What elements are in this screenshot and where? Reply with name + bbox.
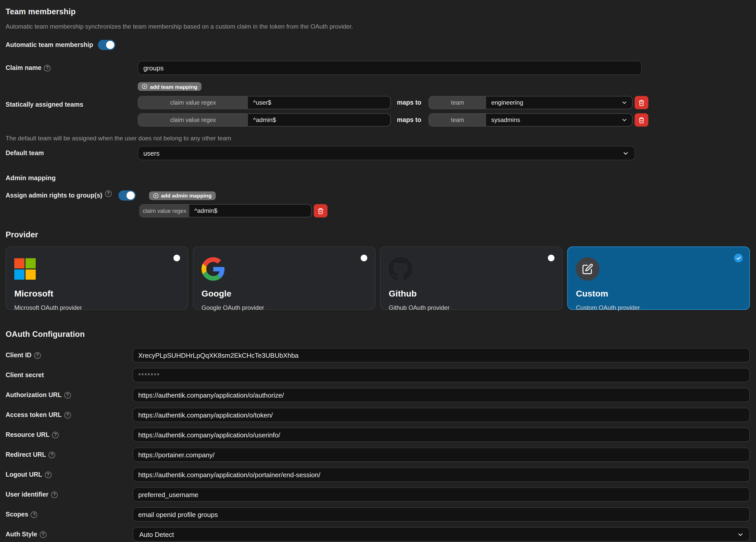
automatic-team-membership-row: Automatic team membership — [6, 40, 750, 50]
toggle-knob — [126, 191, 134, 199]
help-icon[interactable] — [105, 190, 111, 197]
chevron-down-icon — [621, 99, 628, 106]
help-icon[interactable] — [45, 471, 51, 478]
trash-icon — [638, 117, 645, 123]
provider-card-title: Google — [201, 289, 367, 299]
field-label-wrap: Auth Style — [6, 531, 133, 538]
claim-name-input[interactable] — [138, 61, 642, 75]
plus-circle-icon — [153, 193, 158, 198]
oauth-configuration-heading: OAuth Configuration — [6, 330, 750, 339]
radio-unselected-icon — [173, 255, 180, 261]
add-team-mapping-button[interactable]: add team mapping — [138, 82, 201, 91]
delete-team-mapping-button[interactable] — [635, 96, 648, 109]
claim-regex-group: claim value regex — [138, 96, 391, 109]
field-label-wrap: Scopes — [6, 511, 133, 518]
user-identifier-label: User identifier — [6, 491, 48, 498]
scopes-label: Scopes — [6, 511, 28, 518]
claim-regex-input[interactable] — [248, 114, 390, 126]
add-admin-mapping-label: add admin mapping — [161, 192, 211, 198]
help-icon[interactable] — [51, 491, 58, 498]
user-identifier-input[interactable] — [133, 487, 750, 502]
team-select-value: sysadmins — [491, 116, 520, 123]
oauth-field-row-scopes: Scopes — [6, 507, 750, 522]
delete-team-mapping-button[interactable] — [635, 113, 648, 126]
chevron-down-icon — [737, 531, 744, 538]
provider-card-title: Github — [389, 289, 554, 299]
claim-name-label: Claim name — [6, 64, 41, 71]
help-icon[interactable] — [31, 511, 37, 518]
radio-unselected-icon — [361, 255, 367, 261]
claim-name-label-wrap: Claim name — [6, 64, 138, 71]
assign-admin-rights-label: Assign admin rights to group(s) — [6, 192, 102, 199]
default-team-select[interactable]: users — [138, 146, 635, 160]
help-icon[interactable] — [44, 65, 51, 71]
access-token-url-label: Access token URL — [6, 411, 62, 419]
field-label-wrap: Redirect URL — [6, 451, 133, 458]
client-id-input[interactable] — [133, 348, 750, 362]
resource-url-label: Resource URL — [6, 431, 49, 438]
help-icon[interactable] — [64, 412, 71, 418]
field-label-wrap: Resource URL — [6, 431, 133, 438]
resource-url-input[interactable] — [133, 428, 750, 442]
team-chip: team — [429, 114, 486, 126]
logout-url-input[interactable] — [133, 468, 750, 482]
access-token-url-input[interactable] — [133, 408, 750, 422]
auth-style-label: Auth Style — [6, 531, 37, 538]
maps-to-label: maps to — [397, 99, 421, 106]
redirect-url-input[interactable] — [133, 448, 750, 462]
admin-claim-regex-input[interactable] — [189, 205, 311, 217]
add-admin-mapping-button[interactable]: add admin mapping — [149, 191, 216, 200]
trash-icon — [317, 207, 324, 214]
team-mapping-row: claim value regex maps to team sysadmins — [138, 113, 750, 126]
toggle-knob — [106, 41, 114, 49]
field-label-wrap: Client ID — [6, 352, 133, 359]
plus-circle-icon — [142, 84, 147, 89]
microsoft-logo-icon — [14, 258, 36, 280]
client-secret-input[interactable] — [133, 368, 750, 382]
provider-cards: Microsoft Microsoft OAuth provider Googl… — [6, 246, 750, 310]
help-icon[interactable] — [48, 451, 55, 458]
provider-card-google[interactable]: Google Google OAuth provider — [193, 246, 375, 310]
team-select-value: engineering — [491, 99, 523, 106]
admin-mapping-heading: Admin mapping — [6, 174, 750, 182]
assign-admin-rights-label-wrap: Assign admin rights to group(s) — [6, 192, 111, 199]
help-icon[interactable] — [40, 531, 46, 538]
provider-card-microsoft[interactable]: Microsoft Microsoft OAuth provider — [6, 246, 188, 310]
automatic-team-membership-toggle[interactable] — [98, 40, 115, 50]
field-label-wrap: Authorization URL — [6, 392, 133, 399]
claim-regex-group: claim value regex — [138, 113, 391, 126]
oauth-field-row-authorization-url: Authorization URL — [6, 388, 750, 402]
assign-admin-rights-row: Assign admin rights to group(s) add admi… — [6, 190, 750, 200]
admin-mapping-row: claim value regex — [139, 204, 750, 217]
oauth-field-row-auth-style: Auth Style Auto Detect — [6, 527, 750, 541]
check-icon — [734, 253, 743, 262]
oauth-settings-page: Team membership Automatic team membershi… — [0, 0, 756, 542]
trash-icon — [638, 99, 645, 106]
client-id-label: Client ID — [6, 352, 31, 359]
assign-admin-rights-toggle[interactable] — [118, 190, 135, 200]
oauth-field-row-redirect-url: Redirect URL — [6, 448, 750, 462]
chevron-down-icon — [622, 149, 629, 157]
help-icon[interactable] — [52, 432, 59, 438]
claim-value-regex-chip: claim value regex — [138, 96, 248, 109]
team-select-group: team engineering — [429, 96, 633, 109]
provider-card-description: Custom OAuth provider — [576, 304, 741, 311]
claim-regex-input[interactable] — [248, 96, 390, 109]
team-membership-heading: Team membership — [6, 7, 750, 16]
delete-admin-mapping-button[interactable] — [314, 204, 327, 217]
statically-assigned-teams-label: Statically assigned teams — [6, 82, 138, 126]
team-select-group: team sysadmins — [429, 113, 633, 126]
provider-card-github[interactable]: Github Github OAuth provider — [380, 246, 563, 310]
scopes-input[interactable] — [133, 507, 750, 522]
help-icon[interactable] — [64, 392, 71, 398]
oauth-field-row-client-id: Client ID — [6, 348, 750, 362]
team-membership-description: Automatic team membership synchronizes t… — [6, 23, 750, 30]
help-icon[interactable] — [34, 352, 41, 359]
automatic-team-membership-label: Automatic team membership — [6, 41, 93, 48]
provider-card-custom[interactable]: Custom Custom OAuth provider — [567, 246, 750, 310]
google-logo-icon — [201, 257, 225, 281]
authorization-url-input[interactable] — [133, 388, 750, 402]
auth-style-select[interactable]: Auto Detect — [133, 527, 750, 541]
team-select-engineering[interactable]: engineering — [486, 96, 632, 109]
team-select-sysadmins[interactable]: sysadmins — [486, 114, 632, 126]
